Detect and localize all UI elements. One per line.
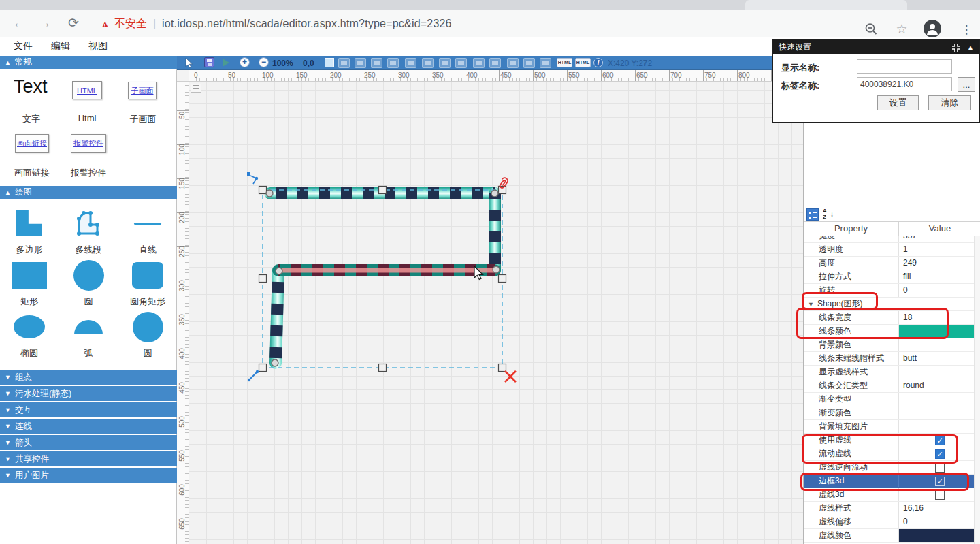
resize-line-icon[interactable]	[248, 370, 259, 381]
property-row[interactable]: 流动虚线✓	[804, 447, 980, 461]
property-row[interactable]: 显示虚线样式	[804, 366, 980, 379]
handle-top-middle[interactable]	[379, 187, 387, 194]
display-name-input[interactable]	[857, 59, 952, 74]
menu-item-2[interactable]: 编辑	[51, 40, 70, 52]
select-cursor-tool-icon[interactable]	[185, 58, 193, 68]
shape-tool-多线段[interactable]: 多线段	[59, 207, 118, 259]
property-value[interactable]: butt	[899, 352, 980, 365]
property-value[interactable]: ✓	[899, 434, 980, 447]
property-value[interactable]	[899, 338, 980, 351]
checkbox-unchecked[interactable]	[935, 490, 945, 500]
menu-item-1[interactable]: 文件	[14, 40, 33, 52]
sidebar-section-9[interactable]: ▼用户图片	[0, 468, 177, 483]
html-view-button[interactable]: HTML	[575, 58, 591, 67]
property-row[interactable]: 虚线逆向流动	[804, 461, 980, 475]
clear-button[interactable]: 清除	[928, 95, 971, 110]
zoom-out-button[interactable]: −	[259, 57, 269, 67]
sort-alphabetical-icon[interactable]: A Z ↓	[822, 208, 834, 221]
categorized-view-icon[interactable]	[806, 208, 819, 221]
sidebar-section-4[interactable]: ▼污水处理(静态)	[0, 386, 177, 401]
browser-menu-icon[interactable]: ⋮	[957, 20, 976, 39]
property-value[interactable]: ✓	[899, 475, 980, 487]
property-row[interactable]: 渐变类型	[804, 393, 980, 406]
property-row[interactable]: 虚线偏移0	[804, 515, 980, 529]
vertex-handle[interactable]	[491, 190, 498, 197]
sidebar-section-8[interactable]: ▼共享控件	[0, 451, 177, 466]
property-row[interactable]: 透明度1	[804, 243, 980, 257]
handle-top-left[interactable]	[259, 187, 267, 194]
property-value[interactable]: 16,16	[899, 502, 980, 515]
delete-x-icon[interactable]	[505, 371, 516, 382]
run-preview-button[interactable]	[223, 59, 229, 67]
color-swatch[interactable]	[899, 529, 980, 542]
property-row[interactable]: 渐变颜色	[804, 406, 980, 420]
dock-panel-icon[interactable]	[952, 44, 960, 52]
info-icon[interactable]: i	[593, 58, 603, 67]
handle-bottom-right[interactable]	[499, 364, 506, 372]
shape-tool-矩形[interactable]: 矩形	[0, 259, 59, 310]
property-value[interactable]: 0	[899, 515, 980, 528]
zoom-in-button[interactable]: +	[240, 57, 250, 67]
toolbox-item-子画面[interactable]: 子画面	[128, 82, 157, 99]
handle-bottom-left[interactable]	[259, 364, 267, 372]
property-value[interactable]: 0	[899, 284, 980, 297]
property-row[interactable]: 线条末端线帽样式butt	[804, 352, 980, 366]
browser-forward-icon[interactable]: →	[35, 14, 54, 33]
shape-tool-椭圆[interactable]: 椭圆	[0, 310, 59, 362]
sidebar-section-5[interactable]: ▼交互	[0, 402, 177, 417]
collapse-panel-icon[interactable]: ▲	[967, 44, 974, 51]
property-value[interactable]: 18	[899, 311, 980, 324]
property-value[interactable]	[899, 366, 980, 379]
shape-tool-直线[interactable]: 直线	[118, 207, 177, 259]
property-value[interactable]: 357	[899, 236, 980, 242]
tag-name-input[interactable]	[857, 77, 952, 91]
property-value[interactable]: 249	[899, 257, 980, 270]
toolbox-item-Html[interactable]: HTML	[72, 81, 102, 99]
checkbox-checked[interactable]: ✓	[935, 449, 945, 459]
sidebar-section-2[interactable]: ▲绘图	[0, 186, 177, 199]
property-row[interactable]: 线条颜色	[804, 325, 980, 338]
property-value[interactable]	[899, 488, 980, 501]
vertex-handle[interactable]	[266, 190, 273, 197]
property-grid-scrollbar[interactable]	[974, 236, 980, 544]
shape-tool-圆角矩形[interactable]: 圆角矩形	[118, 259, 177, 310]
bookmark-star-icon[interactable]: ☆	[892, 20, 911, 39]
property-value[interactable]: round	[899, 379, 980, 392]
browser-back-icon[interactable]: ←	[10, 14, 29, 33]
property-row[interactable]: 线条交汇类型round	[804, 379, 980, 393]
property-value[interactable]: fill	[899, 270, 980, 283]
vertex-handle[interactable]	[272, 359, 278, 366]
vertex-handle[interactable]	[493, 266, 500, 273]
set-button[interactable]: 设置	[877, 95, 919, 110]
property-value[interactable]	[899, 406, 980, 419]
canvas-background-tool-icon[interactable]	[325, 58, 334, 67]
profile-avatar[interactable]	[924, 20, 941, 37]
property-row[interactable]: 使用虚线✓	[804, 434, 980, 447]
tag-browse-button[interactable]: ...	[958, 77, 975, 92]
property-row[interactable]: 边框3d✓	[804, 475, 980, 488]
property-value[interactable]	[899, 529, 980, 542]
property-row[interactable]: 旋转0	[804, 284, 980, 298]
property-row[interactable]: 线条宽度18	[804, 311, 980, 325]
sidebar-section-1[interactable]: ▲常规	[0, 56, 177, 69]
property-value[interactable]	[899, 461, 980, 474]
quick-settings-titlebar[interactable]: 快速设置 ▲	[773, 40, 979, 54]
sidebar-section-6[interactable]: ▼连线	[0, 419, 177, 434]
sidebar-section-7[interactable]: ▼箭头	[0, 435, 177, 450]
sidebar-section-3[interactable]: ▼组态	[0, 370, 177, 385]
property-value[interactable]	[899, 393, 980, 406]
toolbox-text-preview[interactable]: Text	[14, 76, 48, 97]
shape-tool-圆[interactable]: 圆	[118, 310, 177, 362]
shape-tool-多边形[interactable]: 多边形	[0, 207, 59, 259]
vertex-handle[interactable]	[276, 268, 282, 274]
property-value[interactable]: ✓	[899, 447, 980, 460]
browser-reload-icon[interactable]: ⟳	[64, 14, 83, 33]
url-text[interactable]: iot.idosp.net/html/scada/editor.aspx.htm…	[162, 18, 452, 30]
shape-tool-圆[interactable]: 圆	[59, 259, 118, 310]
property-value[interactable]	[899, 325, 980, 338]
property-row[interactable]: 拉伸方式fill	[804, 270, 980, 284]
checkbox-unchecked[interactable]	[935, 463, 945, 473]
toolbox-item-画面链接[interactable]: 画面链接	[15, 134, 49, 153]
toolbox-item-报警控件[interactable]: 报警控件	[71, 134, 106, 153]
save-button[interactable]	[204, 57, 214, 67]
